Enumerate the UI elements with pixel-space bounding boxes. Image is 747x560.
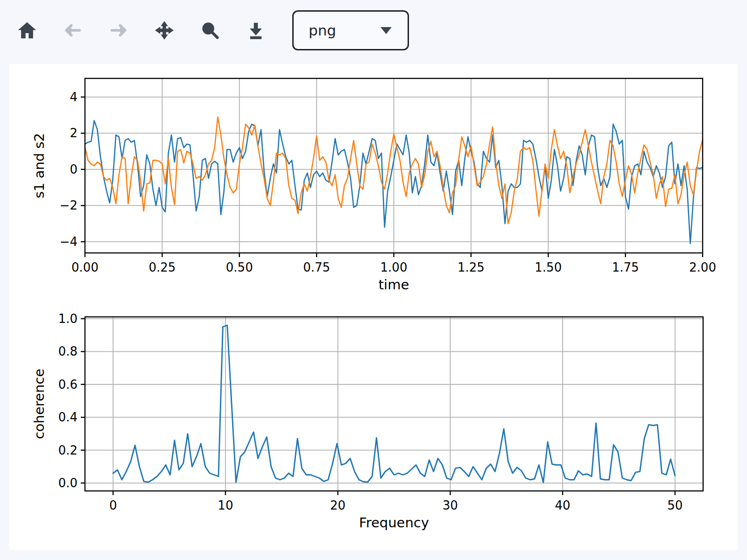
y-tick-label: 0.4 [58,410,78,424]
series-coherence [113,325,675,483]
format-select-value: png [309,22,336,39]
x-tick-label: 0.00 [71,260,99,274]
x-tick-label: 0.25 [148,260,176,274]
x-tick-label: 10 [218,498,233,512]
y-tick-label: 2 [70,126,78,140]
y-tick-label: −2 [60,198,78,212]
y-tick-label: 4 [70,90,78,104]
zoom-button[interactable] [201,21,219,40]
axes-0: 0.000.250.500.751.001.251.501.752.00−4−2… [31,78,716,293]
forward-button [109,21,128,40]
pan-button[interactable] [155,21,174,40]
y-tick-label: 0 [70,162,78,176]
y-tick-label: 0.0 [58,476,78,490]
y-axis-label: s1 and s2 [31,133,47,198]
y-tick-label: −4 [60,235,78,249]
plot-toolbar: png [0,0,747,61]
x-tick-label: 20 [330,498,345,512]
y-axis-label: coherence [31,369,47,439]
x-tick-label: 0 [109,498,117,512]
y-tick-label: 0.2 [58,443,78,457]
figure-canvas[interactable]: 0.000.250.500.751.001.251.501.752.00−4−2… [9,64,738,550]
x-tick-label: 1.25 [458,260,485,274]
arrow-left-icon [63,21,82,40]
caret-down-icon [381,27,392,34]
x-tick-label: 40 [555,498,571,512]
home-icon [18,21,36,40]
zoom-rect-icon [201,21,219,40]
x-tick-label: 1.75 [612,260,639,274]
x-tick-label: 1.00 [381,260,408,274]
download-icon [247,21,265,40]
x-tick-label: 50 [667,498,683,512]
arrow-right-icon [109,21,128,40]
x-tick-label: 0.75 [303,260,330,274]
move-icon [155,21,174,40]
back-button [63,21,82,40]
charts-svg: 0.000.250.500.751.001.251.501.752.00−4−2… [9,64,738,550]
x-tick-label: 30 [443,498,458,512]
download-button[interactable] [247,21,265,40]
axes-1: 010203040500.00.20.40.60.81.0Frequencyco… [31,312,703,531]
x-tick-label: 1.50 [535,260,562,274]
x-axis-label: time [379,277,409,293]
home-button[interactable] [18,21,36,40]
format-select[interactable]: png [292,10,409,50]
x-tick-label: 2.00 [689,260,716,274]
y-tick-label: 0.6 [58,378,78,392]
x-axis-label: Frequency [359,515,429,531]
y-tick-label: 0.8 [58,344,78,358]
x-tick-label: 0.50 [226,260,253,274]
y-tick-label: 1.0 [58,312,78,326]
